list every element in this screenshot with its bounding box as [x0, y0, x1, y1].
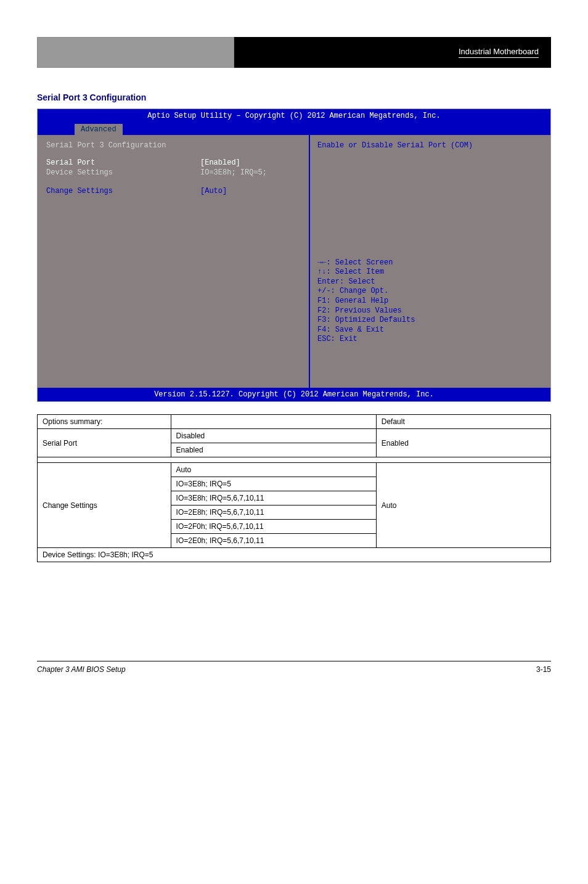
page-header: Industrial Motherboard — [37, 37, 551, 68]
bios-val-device-settings: IO=3E8h; IRQ=5; — [200, 168, 300, 177]
options-table: Options summary: Default Serial Port Dis… — [37, 414, 551, 562]
opt-value: Disabled — [171, 429, 376, 443]
bios-item-serial-port[interactable]: Serial Port — [46, 158, 200, 167]
opt-value: Enabled — [171, 443, 376, 457]
bios-item-change-settings[interactable]: Change Settings — [46, 187, 200, 195]
nav-line: F4: Save & Exit — [317, 325, 543, 335]
nav-line: ↑↓: Select Item — [317, 268, 543, 277]
footer-right: 3-15 — [536, 665, 551, 674]
header-title: Industrial Motherboard — [459, 47, 539, 58]
nav-line: F3: Optimized Defaults — [317, 316, 543, 325]
section-title: Serial Port 3 Configuration — [37, 92, 551, 102]
opt-name: Change Settings — [38, 463, 171, 548]
opt-value: IO=2F0h; IRQ=5,6,7,10,11 — [171, 520, 376, 534]
opt-note — [38, 457, 551, 463]
nav-line: ESC: Exit — [317, 335, 543, 345]
bios-val-serial-port[interactable]: [Enabled] — [200, 158, 300, 167]
opt-note: Device Settings: IO=3E8h; IRQ=5 — [38, 548, 551, 562]
bios-item-device-settings: Device Settings — [46, 168, 200, 177]
header-left-block — [37, 37, 234, 68]
table-row: Serial Port Disabled Enabled Enabled — [38, 429, 551, 457]
th-blank — [171, 415, 376, 429]
opt-value: IO=2E8h; IRQ=5,6,7,10,11 — [171, 505, 376, 520]
bios-val-change-settings[interactable]: [Auto] — [200, 187, 300, 195]
opt-name: Serial Port — [38, 429, 171, 457]
bios-title: Aptio Setup Utility – Copyright (C) 2012… — [38, 109, 550, 123]
bios-right-pane: Enable or Disable Serial Port (COM) →←: … — [309, 135, 550, 388]
bios-screenshot: Aptio Setup Utility – Copyright (C) 2012… — [37, 108, 551, 402]
table-row: Change Settings Auto IO=3E8h; IRQ=5 IO=3… — [38, 463, 551, 548]
bios-nav-help: →←: Select Screen ↑↓: Select Item Enter:… — [317, 258, 543, 345]
bios-heading: Serial Port 3 Configuration — [46, 141, 300, 150]
th-summary: Options summary: — [38, 415, 171, 429]
nav-line: F1: General Help — [317, 297, 543, 306]
nav-line: Enter: Select — [317, 277, 543, 287]
nav-line: →←: Select Screen — [317, 258, 543, 268]
opt-value: IO=3E8h; IRQ=5,6,7,10,11 — [171, 491, 376, 505]
th-default: Default — [376, 415, 550, 429]
footer-left: Chapter 3 AMI BIOS Setup — [37, 665, 126, 674]
nav-line: +/-: Change Opt. — [317, 287, 543, 297]
tab-advanced[interactable]: Advanced — [75, 124, 123, 135]
opt-default: Auto — [376, 463, 550, 548]
opt-value: IO=3E8h; IRQ=5 — [171, 477, 376, 491]
opt-value: IO=2E0h; IRQ=5,6,7,10,11 — [171, 534, 376, 548]
page-footer: Chapter 3 AMI BIOS Setup 3-15 — [37, 661, 551, 674]
opt-value: Auto — [171, 463, 376, 477]
bios-help-text: Enable or Disable Serial Port (COM) — [317, 141, 543, 150]
header-right-block: Industrial Motherboard — [234, 37, 551, 68]
bios-tab-row: Advanced — [38, 123, 550, 135]
opt-default: Enabled — [376, 429, 550, 457]
nav-line: F2: Previous Values — [317, 306, 543, 316]
bios-footer: Version 2.15.1227. Copyright (C) 2012 Am… — [38, 388, 550, 401]
bios-left-pane: Serial Port 3 Configuration Serial Port … — [38, 135, 309, 388]
